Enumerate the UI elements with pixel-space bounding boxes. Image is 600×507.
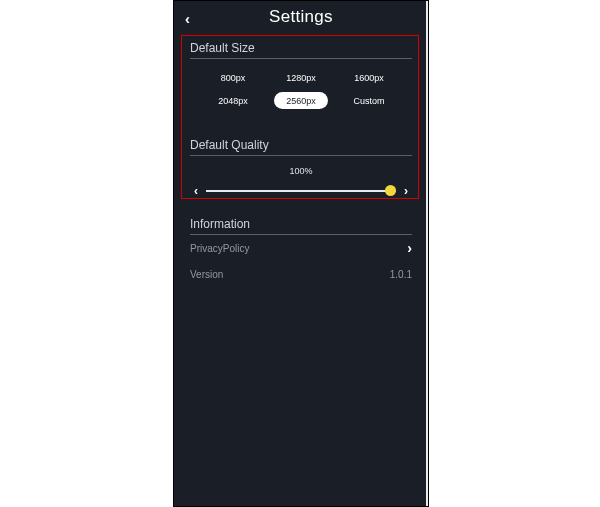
size-option-1280px[interactable]: 1280px (274, 69, 328, 86)
slider-thumb[interactable] (385, 185, 396, 196)
size-options: 800px 1280px 1600px 2048px 2560px Custom (190, 69, 412, 109)
chevron-right-icon: › (404, 184, 408, 198)
quality-slider-row: ‹ › (190, 184, 412, 198)
size-option-custom[interactable]: Custom (342, 92, 396, 109)
chevron-left-icon: ‹ (194, 184, 198, 198)
information-section: Information PrivacyPolicy › Version 1.0.… (190, 217, 412, 287)
scrollbar[interactable] (426, 1, 429, 506)
quality-decrease-button[interactable]: ‹ (190, 184, 202, 198)
default-size-section: Default Size 800px 1280px 1600px 2048px … (190, 41, 412, 109)
quality-slider[interactable] (206, 184, 396, 198)
default-quality-title: Default Quality (190, 138, 412, 156)
default-size-title: Default Size (190, 41, 412, 59)
version-label: Version (190, 269, 223, 280)
title-bar: ‹ Settings (174, 1, 428, 35)
quality-value: 100% (190, 166, 412, 176)
privacy-policy-label: PrivacyPolicy (190, 243, 249, 254)
size-option-800px[interactable]: 800px (206, 69, 260, 86)
size-option-1600px[interactable]: 1600px (342, 69, 396, 86)
size-option-2048px[interactable]: 2048px (206, 92, 260, 109)
settings-screen: ‹ Settings Default Size 800px 1280px 160… (173, 0, 429, 507)
default-quality-section: Default Quality 100% ‹ › (190, 138, 412, 198)
quality-increase-button[interactable]: › (400, 184, 412, 198)
size-option-2560px[interactable]: 2560px (274, 92, 328, 109)
slider-track (206, 190, 396, 192)
information-title: Information (190, 217, 412, 235)
version-value: 1.0.1 (390, 269, 412, 280)
version-row: Version 1.0.1 (190, 261, 412, 287)
chevron-right-icon: › (407, 240, 412, 256)
page-title: Settings (174, 7, 428, 27)
privacy-policy-row[interactable]: PrivacyPolicy › (190, 235, 412, 261)
